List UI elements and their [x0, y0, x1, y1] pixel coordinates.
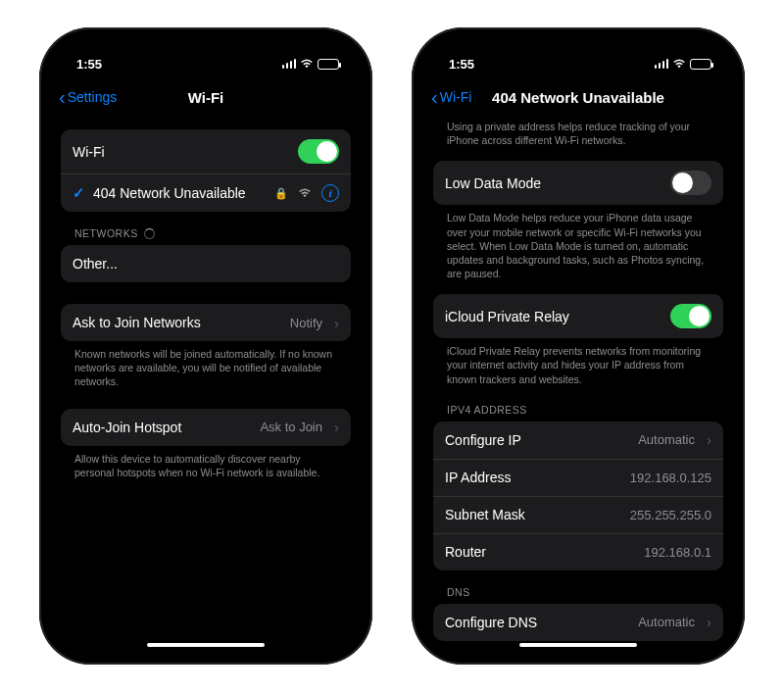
dns-label: Configure DNS	[445, 615, 537, 630]
ldm-toggle[interactable]	[670, 171, 711, 195]
status-time: 1:55	[76, 57, 102, 72]
chevron-right-icon: ›	[334, 419, 339, 435]
wifi-indicator-icon	[300, 59, 314, 69]
phone-left: 1:55 ‹ Settings Wi-Fi Wi-Fi	[39, 27, 372, 665]
relay-footer: iCloud Private Relay prevents networks f…	[433, 338, 723, 388]
wifi-label: Wi-Fi	[73, 144, 105, 160]
nav-bar: ‹ Wi-Fi 404 Network Unavailable	[423, 78, 733, 116]
auto-join-hotspot-row[interactable]: Auto-Join Hotspot Ask to Join ›	[61, 409, 351, 446]
private-address-footer: Using a private address helps reduce tra…	[433, 118, 723, 149]
subnet-label: Subnet Mask	[445, 507, 525, 522]
page-title: 404 Network Unavailable	[492, 89, 664, 106]
ask-to-join-row[interactable]: Ask to Join Networks Notify ›	[61, 304, 351, 341]
spinner-icon	[144, 228, 155, 239]
ip-address-row: IP Address 192.168.0.125	[433, 459, 723, 496]
wifi-indicator-icon	[672, 59, 686, 69]
chevron-right-icon: ›	[707, 431, 711, 448]
notch	[137, 39, 274, 63]
ask-to-join-value: Notify	[290, 316, 322, 330]
router-row: Router 192.168.0.1	[433, 533, 723, 570]
notch	[510, 39, 647, 63]
networks-header: NETWORKS	[61, 212, 351, 243]
configure-ip-value: Automatic	[638, 432, 695, 447]
battery-icon	[318, 59, 339, 70]
home-indicator[interactable]	[519, 643, 637, 647]
chevron-left-icon: ‹	[59, 87, 66, 107]
ldm-footer: Low Data Mode helps reduce your iPhone d…	[433, 205, 723, 282]
router-label: Router	[445, 544, 486, 560]
other-label: Other...	[73, 256, 118, 272]
low-data-mode-row[interactable]: Low Data Mode	[433, 161, 723, 205]
chevron-right-icon: ›	[334, 315, 339, 331]
checkmark-icon: ✓	[73, 184, 85, 202]
wifi-toggle[interactable]	[298, 139, 339, 164]
subnet-row: Subnet Mask 255.255.255.0	[433, 496, 723, 533]
phone-right: 1:55 ‹ Wi-Fi 404 Network Unavailable Usi…	[412, 27, 745, 665]
back-label: Settings	[68, 89, 118, 105]
configure-dns-row[interactable]: Configure DNS Automatic ›	[433, 604, 723, 641]
dns-value: Automatic	[638, 615, 695, 629]
home-indicator[interactable]	[147, 643, 265, 647]
chevron-right-icon: ›	[707, 614, 711, 630]
wifi-toggle-row[interactable]: Wi-Fi	[61, 129, 351, 173]
ask-to-join-footer: Known networks will be joined automatica…	[61, 341, 351, 391]
hotspot-value: Ask to Join	[260, 420, 322, 434]
relay-label: iCloud Private Relay	[445, 309, 569, 324]
subnet-value: 255.255.255.0	[630, 508, 711, 522]
status-time: 1:55	[449, 57, 474, 72]
ip-value: 192.168.0.125	[630, 470, 711, 485]
wifi-signal-icon	[298, 188, 312, 198]
configure-ip-row[interactable]: Configure IP Automatic ›	[433, 421, 723, 459]
nav-bar: ‹ Settings Wi-Fi	[51, 78, 361, 116]
back-button[interactable]: ‹ Wi-Fi	[431, 87, 471, 107]
hotspot-label: Auto-Join Hotspot	[73, 420, 181, 435]
page-title: Wi-Fi	[188, 89, 224, 106]
dns-header: DNS	[433, 570, 723, 602]
chevron-left-icon: ‹	[431, 87, 438, 107]
ask-to-join-label: Ask to Join Networks	[73, 315, 201, 330]
router-value: 192.168.0.1	[644, 545, 711, 560]
info-icon[interactable]: i	[321, 184, 339, 202]
other-network-row[interactable]: Other...	[61, 245, 351, 282]
lock-icon: 🔒	[274, 187, 288, 200]
ip-label: IP Address	[445, 470, 511, 485]
relay-toggle[interactable]	[670, 304, 711, 328]
back-label: Wi-Fi	[440, 89, 472, 105]
hotspot-footer: Allow this device to automatically disco…	[61, 446, 351, 481]
battery-icon	[690, 59, 711, 70]
cellular-icon	[282, 59, 297, 69]
configure-ip-label: Configure IP	[445, 432, 521, 448]
back-button[interactable]: ‹ Settings	[59, 87, 117, 107]
ipv4-header: IPV4 ADDRESS	[433, 388, 723, 420]
connected-network-row[interactable]: ✓ 404 Network Unavailable 🔒 i	[61, 173, 351, 212]
connected-ssid: 404 Network Unavailable	[93, 185, 246, 201]
cellular-icon	[655, 59, 669, 69]
ldm-label: Low Data Mode	[445, 175, 541, 191]
private-relay-row[interactable]: iCloud Private Relay	[433, 294, 723, 338]
